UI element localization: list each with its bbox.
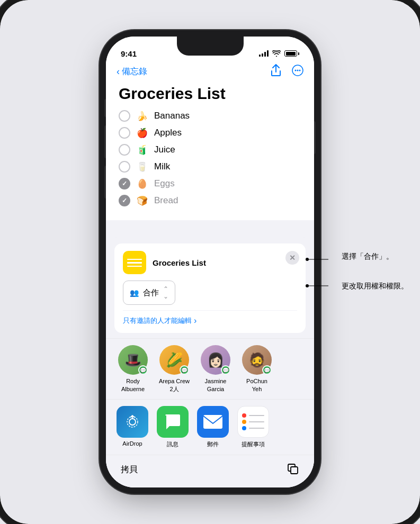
list-item: ✓ 🥚 Eggs: [119, 178, 301, 189]
back-button[interactable]: ‹ 備忘錄: [117, 66, 147, 77]
status-time: 9:41: [121, 49, 137, 58]
notes-nav-bar: ‹ 備忘錄: [106, 63, 314, 83]
permission-row[interactable]: 只有邀請的人才能編輯 ›: [123, 310, 297, 326]
annotations: 選擇「合作」。 更改取用權和權限。: [342, 252, 408, 291]
more-button[interactable]: [292, 65, 303, 79]
contact-item[interactable]: 👩🏻 💬 JasmineGarcia: [197, 345, 234, 393]
list-item: 🧃 Juice: [119, 144, 301, 156]
list-item: ✓ 🍞 Bread: [119, 195, 301, 206]
mute-button[interactable]: [104, 99, 106, 117]
contact-name: PoChunYeh: [246, 377, 267, 393]
close-button[interactable]: ✕: [285, 251, 299, 265]
app-label: 提醒事項: [242, 440, 265, 448]
list-item: 🥛 Milk: [119, 161, 301, 173]
phone-screen: 9:41: [106, 37, 314, 487]
app-item-reminders[interactable]: 提醒事項: [237, 406, 269, 448]
signal-icon: [259, 50, 269, 57]
message-badge: 💬: [180, 365, 189, 375]
share-button[interactable]: [271, 64, 281, 79]
share-icon: [271, 64, 281, 77]
app-item-mail[interactable]: 郵件: [197, 406, 229, 448]
item-text: Bread: [154, 195, 178, 206]
collab-header: Groceries List: [123, 251, 297, 274]
power-button[interactable]: [314, 121, 316, 154]
share-sheet: Groceries List ✕ 👥 合作 ⌃⌄: [106, 237, 314, 487]
list-item: 🍎 Apples: [119, 127, 301, 139]
app-label: 訊息: [167, 440, 178, 448]
item-text: Milk: [154, 161, 170, 172]
checkbox[interactable]: [119, 110, 130, 122]
checkbox-checked[interactable]: ✓: [119, 178, 130, 189]
divider: [106, 338, 314, 339]
permission-chevron-icon: ›: [194, 316, 196, 326]
message-badge: 💬: [221, 365, 230, 375]
collab-note-title: Groceries List: [153, 258, 206, 267]
battery-icon: [284, 50, 299, 57]
contact-name: JasmineGarcia: [205, 377, 227, 393]
item-emoji: 🥚: [137, 178, 148, 189]
contact-item[interactable]: 🌽 💬 Arepa Crew2人: [156, 345, 193, 393]
chevron-updown-icon: ⌃⌄: [163, 285, 168, 300]
phone-wrapper: 9:41: [106, 37, 314, 487]
volume-down-button[interactable]: [104, 166, 106, 198]
app-item-airdrop[interactable]: AirDrop: [117, 406, 148, 448]
annotation-2: 更改取用權和權限。: [342, 282, 408, 291]
app-item-messages[interactable]: 訊息: [157, 406, 189, 448]
svg-point-2: [297, 69, 299, 71]
svg-rect-7: [291, 467, 298, 474]
app-label: AirDrop: [122, 440, 142, 447]
checkbox[interactable]: [119, 144, 130, 156]
people-icon: 👥: [130, 288, 139, 297]
checklist: 🍌 Bananas 🍎 Apples 🧃 Juice: [119, 110, 301, 206]
annotation-1: 選擇「合作」。: [342, 252, 408, 261]
contact-name: RodyAlbuerne: [121, 377, 145, 393]
apps-row: AirDrop 訊息: [106, 404, 314, 453]
copy-icon-button[interactable]: [287, 463, 299, 477]
checkbox[interactable]: [119, 161, 130, 173]
divider-2: [106, 399, 314, 400]
collab-panel: Groceries List ✕ 👥 合作 ⌃⌄: [114, 243, 306, 333]
checkbox-checked[interactable]: ✓: [119, 195, 130, 206]
item-emoji: 🍞: [137, 195, 148, 206]
bottom-bar: 拷貝: [106, 455, 314, 487]
back-chevron-icon: ‹: [117, 66, 120, 77]
item-text: Bananas: [154, 111, 190, 121]
contacts-row: 🎩 💬 RodyAlbuerne 🌽: [106, 343, 314, 399]
collab-mode-label: 合作: [143, 288, 159, 298]
svg-rect-6: [203, 415, 222, 429]
reminders-icon: [237, 406, 269, 438]
item-emoji: 🍎: [137, 128, 148, 139]
avatar-wrapper: 🌽 💬: [159, 345, 189, 375]
svg-point-3: [299, 69, 301, 71]
avatar-wrapper: 👩🏻 💬: [201, 345, 230, 375]
contact-item[interactable]: 🧔 💬 PoChunYeh: [238, 345, 275, 393]
note-thumbnail: [123, 251, 146, 274]
notch: [177, 37, 244, 56]
checkbox[interactable]: [119, 127, 130, 139]
list-item: 🍌 Bananas: [119, 110, 301, 122]
item-text: Eggs: [154, 178, 175, 189]
divider-3: [106, 455, 314, 455]
copy-text-button[interactable]: 拷貝: [121, 464, 138, 475]
item-emoji: 🥛: [137, 161, 148, 173]
contact-item[interactable]: 🎩 💬 RodyAlbuerne: [114, 345, 151, 393]
note-title: Groceries List: [119, 85, 301, 103]
airdrop-icon: [117, 406, 148, 438]
message-badge: 💬: [138, 365, 148, 375]
volume-up-button[interactable]: [104, 125, 106, 158]
item-text: Apples: [154, 128, 182, 138]
item-text: Juice: [154, 144, 175, 155]
collab-mode-dropdown[interactable]: 👥 合作 ⌃⌄: [123, 281, 175, 305]
more-icon: [292, 65, 303, 76]
header-actions: [271, 64, 303, 79]
message-badge: 💬: [262, 365, 272, 375]
mail-icon: [197, 406, 229, 438]
app-label: 郵件: [207, 440, 219, 448]
share-sheet-bg: Groceries List ✕ 👥 合作 ⌃⌄: [106, 220, 314, 487]
avatar-wrapper: 🎩 💬: [118, 345, 148, 375]
status-icons: [259, 50, 299, 57]
contact-name: Arepa Crew2人: [159, 377, 190, 393]
svg-point-1: [295, 69, 297, 71]
copy-icon: [287, 463, 299, 475]
svg-point-4: [129, 419, 136, 425]
